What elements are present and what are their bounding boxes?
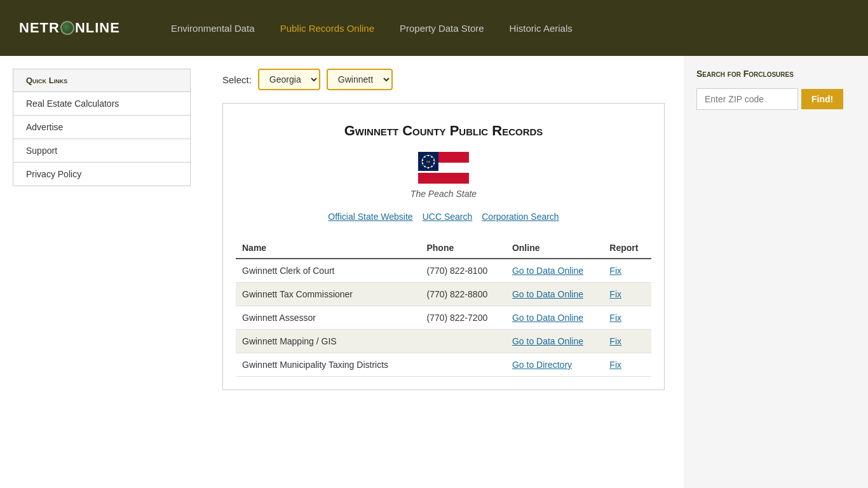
fix-link[interactable]: Fix — [609, 289, 621, 299]
logo: NETRNLINE — [19, 20, 120, 36]
table-row: Gwinnett Mapping / GISGo to Data OnlineF… — [236, 330, 651, 353]
find-button[interactable]: Find! — [801, 89, 843, 109]
record-name: Gwinnett Tax Commissioner — [236, 283, 420, 306]
table-header-row: Name Phone Online Report — [236, 238, 651, 259]
right-sidebar: Search for Forclosures Find! — [684, 56, 868, 488]
foreclosure-title: Search for Forclosures — [696, 69, 855, 79]
table-row: Gwinnett Assessor(770) 822-7200Go to Dat… — [236, 306, 651, 330]
svg-point-6 — [428, 167, 429, 168]
header: NETRNLINE Environmental Data Public Reco… — [0, 0, 868, 56]
svg-point-1 — [428, 155, 429, 156]
nav-property-data-store[interactable]: Property Data Store — [400, 23, 484, 34]
fix-link[interactable]: Fix — [609, 313, 621, 323]
official-state-website-link[interactable]: Official State Website — [328, 212, 412, 222]
fix-link[interactable]: Fix — [609, 336, 621, 346]
record-online[interactable]: Go to Data Online — [506, 330, 603, 353]
record-name: Gwinnett Mapping / GIS — [236, 330, 420, 353]
records-table: Name Phone Online Report Gwinnett Clerk … — [236, 238, 651, 377]
zip-code-input[interactable] — [696, 88, 798, 110]
svg-point-4 — [433, 163, 435, 164]
georgia-flag: GA — [418, 152, 469, 184]
record-report[interactable]: Fix — [603, 330, 651, 353]
select-label: Select: — [222, 74, 252, 85]
flag-container: GA — [236, 152, 651, 186]
col-report: Report — [603, 238, 651, 259]
fix-link[interactable]: Fix — [609, 266, 621, 276]
record-phone: (770) 822-7200 — [420, 306, 505, 330]
record-report[interactable]: Fix — [603, 283, 651, 306]
globe-icon — [60, 21, 74, 35]
nav-environmental-data[interactable]: Environmental Data — [171, 23, 255, 34]
svg-point-10 — [424, 156, 425, 158]
go-to-data-online-link[interactable]: Go to Data Online — [512, 336, 583, 346]
table-row: Gwinnett Municipality Taxing DistrictsGo… — [236, 353, 651, 377]
record-name: Gwinnett Clerk of Court — [236, 259, 420, 283]
record-report[interactable]: Fix — [603, 353, 651, 377]
svg-point-3 — [433, 159, 435, 161]
record-name: Gwinnett Municipality Taxing Districts — [236, 353, 420, 377]
flag-seal-icon: GA — [419, 152, 437, 170]
state-nickname: The Peach State — [236, 189, 651, 199]
go-to-data-online-link[interactable]: Go to Data Online — [512, 266, 583, 276]
svg-point-9 — [422, 159, 423, 161]
record-report[interactable]: Fix — [603, 306, 651, 330]
record-online[interactable]: Go to Data Online — [506, 306, 603, 330]
record-online[interactable]: Go to Data Online — [506, 259, 603, 283]
svg-point-5 — [431, 166, 432, 167]
corporation-search-link[interactable]: Corporation Search — [482, 212, 559, 222]
col-phone: Phone — [420, 238, 505, 259]
record-phone: (770) 822-8100 — [420, 259, 505, 283]
nav-public-records-online[interactable]: Public Records Online — [280, 23, 374, 34]
main-content: Select: Georgia Gwinnett Gwinnett County… — [203, 56, 684, 488]
foreclosure-search-row: Find! — [696, 88, 855, 110]
record-online[interactable]: Go to Directory — [506, 353, 603, 377]
table-header: Name Phone Online Report — [236, 238, 651, 259]
record-phone: (770) 822-8800 — [420, 283, 505, 306]
svg-point-2 — [431, 156, 432, 158]
record-phone — [420, 330, 505, 353]
svg-point-7 — [424, 166, 425, 167]
go-to-data-online-link[interactable]: Go to Directory — [512, 360, 572, 370]
county-title: Gwinnett County Public Records — [236, 123, 651, 139]
sidebar-item-real-estate-calculators[interactable]: Real Estate Calculators — [13, 92, 191, 116]
main-nav: Environmental Data Public Records Online… — [171, 23, 573, 34]
county-section: Gwinnett County Public Records — [222, 103, 665, 390]
state-links: Official State Website UCC Search Corpor… — [236, 212, 651, 222]
table-row: Gwinnett Tax Commissioner(770) 822-8800G… — [236, 283, 651, 306]
svg-point-8 — [422, 163, 423, 164]
ucc-search-link[interactable]: UCC Search — [423, 212, 473, 222]
go-to-data-online-link[interactable]: Go to Data Online — [512, 289, 583, 299]
table-row: Gwinnett Clerk of Court(770) 822-8100Go … — [236, 259, 651, 283]
sidebar-item-advertise[interactable]: Advertise — [13, 116, 191, 139]
sidebar-item-support[interactable]: Support — [13, 139, 191, 163]
go-to-data-online-link[interactable]: Go to Data Online — [512, 313, 583, 323]
record-phone — [420, 353, 505, 377]
selector-row: Select: Georgia Gwinnett — [222, 69, 665, 90]
county-select[interactable]: Gwinnett — [327, 69, 393, 90]
record-name: Gwinnett Assessor — [236, 306, 420, 330]
svg-text:GA: GA — [426, 160, 430, 163]
sidebar-item-privacy-policy[interactable]: Privacy Policy — [13, 163, 191, 186]
table-body: Gwinnett Clerk of Court(770) 822-8100Go … — [236, 259, 651, 377]
left-sidebar: Quick Links Real Estate Calculators Adve… — [0, 56, 203, 488]
col-online: Online — [506, 238, 603, 259]
state-select[interactable]: Georgia — [258, 69, 320, 90]
quick-links-title: Quick Links — [13, 69, 191, 92]
col-name: Name — [236, 238, 420, 259]
record-report[interactable]: Fix — [603, 259, 651, 283]
main-layout: Quick Links Real Estate Calculators Adve… — [0, 56, 868, 488]
nav-historic-aerials[interactable]: Historic Aerials — [510, 23, 573, 34]
record-online[interactable]: Go to Data Online — [506, 283, 603, 306]
fix-link[interactable]: Fix — [609, 360, 621, 370]
